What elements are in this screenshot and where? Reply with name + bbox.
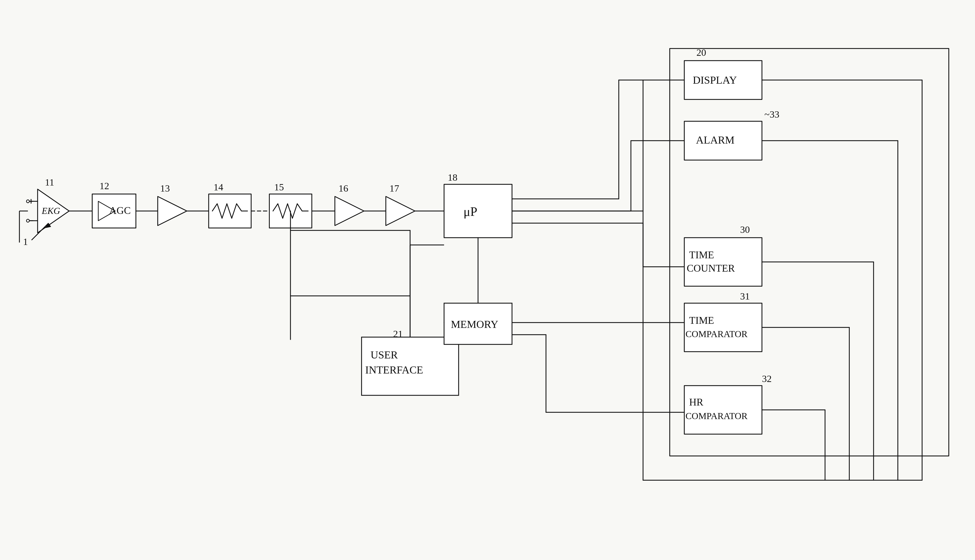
ref-11: 11	[45, 177, 54, 188]
svg-rect-0	[0, 0, 975, 560]
hr-comparator-label-1: HR	[689, 397, 703, 408]
ref-17: 17	[389, 183, 399, 194]
display-label: DISPLAY	[693, 74, 737, 86]
ref-32: 32	[762, 373, 772, 384]
user-interface-label-1: USER	[371, 349, 398, 361]
ref-18: 18	[448, 172, 457, 183]
time-counter-label-2: COUNTER	[687, 263, 735, 274]
ref-15: 15	[274, 182, 284, 193]
memory-label: MEMORY	[451, 318, 498, 330]
ekg-label: EKG	[42, 206, 60, 216]
alarm-label: ALARM	[696, 134, 735, 146]
ref-16: 16	[339, 183, 348, 194]
agc-label: AGC	[109, 205, 131, 216]
user-interface-label-2: INTERFACE	[365, 364, 423, 376]
svg-rect-45	[684, 303, 762, 352]
ref-31: 31	[740, 291, 750, 302]
ref-13: 13	[160, 183, 170, 194]
circuit-diagram: 11 12 13 14 15 16 17 18 20 21 19 30 31 3…	[0, 0, 975, 560]
svg-point-8	[27, 219, 29, 222]
ref-14: 14	[214, 182, 223, 193]
ref-20: 20	[696, 47, 706, 58]
time-comparator-label-1: TIME	[689, 315, 714, 326]
svg-rect-23	[444, 184, 512, 238]
svg-point-7	[27, 200, 29, 203]
ref-30: 30	[740, 224, 750, 235]
time-comparator-label-2: COMPARATOR	[686, 329, 748, 339]
ref-12: 12	[100, 180, 109, 192]
hr-comparator-label-2: COMPARATOR	[686, 411, 748, 421]
diagram-container: 11 12 13 14 15 16 17 18 20 21 19 30 31 3…	[0, 0, 975, 560]
svg-rect-44	[684, 238, 762, 286]
up-label: μP	[464, 205, 477, 218]
ref-33: ~33	[765, 109, 780, 120]
ref-1: 1	[23, 236, 28, 247]
svg-rect-46	[684, 386, 762, 434]
time-counter-label-1: TIME	[689, 249, 714, 260]
